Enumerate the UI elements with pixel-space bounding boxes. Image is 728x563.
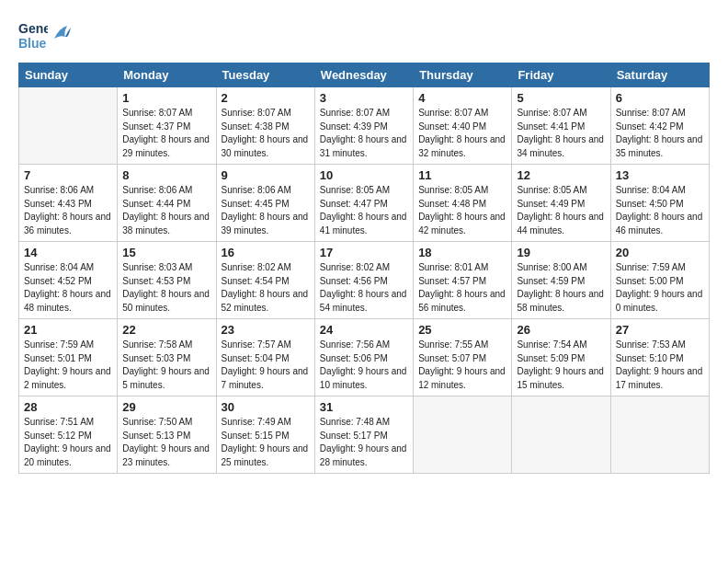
day-info: Sunrise: 8:05 AMSunset: 4:49 PMDaylight:… [517, 184, 605, 237]
weekday-wednesday: Wednesday [314, 63, 413, 87]
calendar-cell: 26Sunrise: 7:54 AMSunset: 5:09 PMDayligh… [512, 319, 610, 396]
calendar-cell: 28Sunrise: 7:51 AMSunset: 5:12 PMDayligh… [19, 396, 118, 474]
day-number: 17 [320, 246, 408, 259]
calendar-cell: 2Sunrise: 8:07 AMSunset: 4:38 PMDaylight… [216, 87, 314, 165]
day-info: Sunrise: 8:00 AMSunset: 4:59 PMDaylight:… [517, 261, 605, 315]
logo-svg: General Blue [18, 17, 48, 52]
day-number: 11 [418, 168, 506, 182]
day-info: Sunrise: 8:01 AMSunset: 4:57 PMDaylight:… [418, 261, 506, 315]
calendar-cell: 14Sunrise: 8:04 AMSunset: 4:52 PMDayligh… [19, 242, 118, 319]
svg-text:Blue: Blue [18, 36, 47, 51]
calendar-cell: 29Sunrise: 7:50 AMSunset: 5:13 PMDayligh… [118, 396, 216, 474]
calendar-cell: 17Sunrise: 8:02 AMSunset: 4:56 PMDayligh… [314, 242, 413, 319]
calendar-cell: 31Sunrise: 7:48 AMSunset: 5:17 PMDayligh… [314, 396, 413, 474]
day-number: 12 [517, 168, 605, 182]
day-number: 18 [418, 246, 506, 259]
day-number: 14 [24, 246, 112, 259]
calendar-cell: 15Sunrise: 8:03 AMSunset: 4:53 PMDayligh… [118, 242, 216, 319]
day-number: 22 [122, 323, 210, 337]
calendar-cell: 3Sunrise: 8:07 AMSunset: 4:39 PMDaylight… [314, 87, 413, 165]
day-info: Sunrise: 8:04 AMSunset: 4:50 PMDaylight:… [616, 184, 704, 237]
day-number: 13 [616, 168, 704, 182]
day-info: Sunrise: 7:56 AMSunset: 5:06 PMDaylight:… [320, 339, 408, 392]
day-number: 25 [418, 323, 506, 337]
day-info: Sunrise: 7:57 AMSunset: 5:04 PMDaylight:… [222, 339, 310, 392]
calendar-cell [610, 396, 709, 474]
day-info: Sunrise: 7:58 AMSunset: 5:03 PMDaylight:… [122, 339, 210, 392]
week-row-4: 28Sunrise: 7:51 AMSunset: 5:12 PMDayligh… [19, 396, 710, 474]
day-info: Sunrise: 8:06 AMSunset: 4:45 PMDaylight:… [222, 184, 310, 237]
calendar-cell: 1Sunrise: 8:07 AMSunset: 4:37 PMDaylight… [118, 87, 216, 165]
calendar-cell [512, 396, 610, 474]
calendar-cell: 6Sunrise: 8:07 AMSunset: 4:42 PMDaylight… [610, 87, 709, 165]
day-info: Sunrise: 8:02 AMSunset: 4:54 PMDaylight:… [222, 261, 310, 315]
day-number: 15 [122, 246, 210, 259]
day-number: 4 [418, 91, 506, 105]
logo: General Blue [18, 17, 71, 52]
calendar-cell: 13Sunrise: 8:04 AMSunset: 4:50 PMDayligh… [610, 165, 709, 242]
calendar-cell: 9Sunrise: 8:06 AMSunset: 4:45 PMDaylight… [216, 165, 314, 242]
day-number: 3 [320, 91, 408, 105]
day-number: 6 [616, 91, 704, 105]
day-number: 5 [517, 91, 605, 105]
calendar-cell: 24Sunrise: 7:56 AMSunset: 5:06 PMDayligh… [314, 319, 413, 396]
day-number: 24 [320, 323, 408, 337]
day-info: Sunrise: 8:07 AMSunset: 4:38 PMDaylight:… [222, 107, 310, 160]
calendar-cell: 27Sunrise: 7:53 AMSunset: 5:10 PMDayligh… [610, 319, 709, 396]
calendar-cell: 19Sunrise: 8:00 AMSunset: 4:59 PMDayligh… [512, 242, 610, 319]
day-info: Sunrise: 8:07 AMSunset: 4:39 PMDaylight:… [320, 107, 408, 160]
calendar-cell: 16Sunrise: 8:02 AMSunset: 4:54 PMDayligh… [216, 242, 314, 319]
bird-icon [51, 24, 71, 44]
day-number: 29 [122, 400, 210, 414]
calendar-cell: 20Sunrise: 7:59 AMSunset: 5:00 PMDayligh… [610, 242, 709, 319]
day-number: 26 [517, 323, 605, 337]
calendar-cell: 4Sunrise: 8:07 AMSunset: 4:40 PMDaylight… [414, 87, 512, 165]
calendar-cell: 25Sunrise: 7:55 AMSunset: 5:07 PMDayligh… [414, 319, 512, 396]
day-number: 23 [222, 323, 310, 337]
day-info: Sunrise: 7:51 AMSunset: 5:12 PMDaylight:… [24, 416, 112, 469]
week-row-1: 7Sunrise: 8:06 AMSunset: 4:43 PMDaylight… [19, 165, 710, 242]
day-number: 7 [24, 168, 112, 182]
calendar-cell: 7Sunrise: 8:06 AMSunset: 4:43 PMDaylight… [19, 165, 118, 242]
day-info: Sunrise: 8:05 AMSunset: 4:48 PMDaylight:… [418, 184, 506, 237]
weekday-sunday: Sunday [19, 63, 118, 87]
day-info: Sunrise: 7:53 AMSunset: 5:10 PMDaylight:… [616, 339, 704, 392]
week-row-3: 21Sunrise: 7:59 AMSunset: 5:01 PMDayligh… [19, 319, 710, 396]
header: General Blue [18, 17, 710, 52]
day-info: Sunrise: 8:06 AMSunset: 4:44 PMDaylight:… [122, 184, 210, 237]
day-info: Sunrise: 8:07 AMSunset: 4:37 PMDaylight:… [122, 107, 210, 160]
day-info: Sunrise: 8:02 AMSunset: 4:56 PMDaylight:… [320, 261, 408, 315]
day-info: Sunrise: 8:07 AMSunset: 4:41 PMDaylight:… [517, 107, 605, 160]
day-number: 10 [320, 168, 408, 182]
day-number: 27 [616, 323, 704, 337]
day-number: 8 [122, 168, 210, 182]
day-number: 9 [222, 168, 310, 182]
week-row-2: 14Sunrise: 8:04 AMSunset: 4:52 PMDayligh… [19, 242, 710, 319]
day-info: Sunrise: 8:07 AMSunset: 4:42 PMDaylight:… [616, 107, 704, 160]
calendar-cell: 23Sunrise: 7:57 AMSunset: 5:04 PMDayligh… [216, 319, 314, 396]
day-number: 31 [320, 400, 408, 414]
day-info: Sunrise: 7:50 AMSunset: 5:13 PMDaylight:… [122, 416, 210, 469]
day-info: Sunrise: 8:04 AMSunset: 4:52 PMDaylight:… [24, 261, 112, 315]
day-number: 1 [122, 91, 210, 105]
weekday-header-row: SundayMondayTuesdayWednesdayThursdayFrid… [19, 63, 710, 87]
day-number: 2 [222, 91, 310, 105]
weekday-monday: Monday [118, 63, 216, 87]
calendar-cell: 22Sunrise: 7:58 AMSunset: 5:03 PMDayligh… [118, 319, 216, 396]
day-number: 30 [222, 400, 310, 414]
calendar-cell: 10Sunrise: 8:05 AMSunset: 4:47 PMDayligh… [314, 165, 413, 242]
calendar-cell [19, 87, 118, 165]
day-number: 28 [24, 400, 112, 414]
day-info: Sunrise: 8:05 AMSunset: 4:47 PMDaylight:… [320, 184, 408, 237]
day-number: 21 [24, 323, 112, 337]
day-number: 19 [517, 246, 605, 259]
weekday-tuesday: Tuesday [216, 63, 314, 87]
calendar-cell: 5Sunrise: 8:07 AMSunset: 4:41 PMDaylight… [512, 87, 610, 165]
day-info: Sunrise: 7:49 AMSunset: 5:15 PMDaylight:… [222, 416, 310, 469]
day-number: 16 [222, 246, 310, 259]
day-info: Sunrise: 8:06 AMSunset: 4:43 PMDaylight:… [24, 184, 112, 237]
calendar-cell: 30Sunrise: 7:49 AMSunset: 5:15 PMDayligh… [216, 396, 314, 474]
svg-text:General: General [18, 21, 48, 36]
day-info: Sunrise: 7:59 AMSunset: 5:00 PMDaylight:… [616, 261, 704, 315]
day-info: Sunrise: 7:54 AMSunset: 5:09 PMDaylight:… [517, 339, 605, 392]
